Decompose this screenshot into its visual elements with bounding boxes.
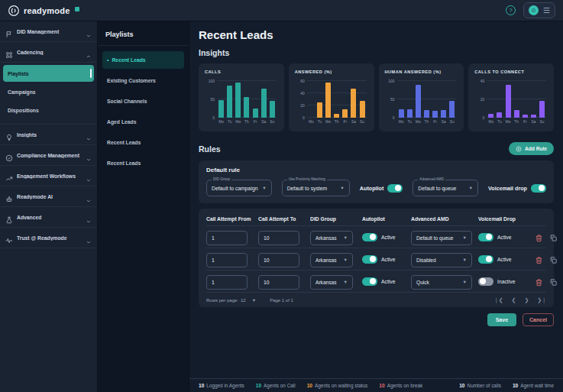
duplicate-row-icon[interactable] <box>549 277 558 286</box>
playlist-item[interactable]: •Recent Leads <box>102 51 184 69</box>
avatar: ☺ <box>529 5 539 15</box>
trust-icon <box>5 234 13 241</box>
sidebar-item-readymode-ai[interactable]: Readymode AI <box>0 186 97 207</box>
x-tick-label: Su <box>448 120 455 124</box>
playlist-item[interactable]: Recent Leads <box>102 134 184 151</box>
bar <box>360 101 365 118</box>
prev-page-icon[interactable]: ❮ <box>512 297 516 303</box>
autopilot-toggle[interactable] <box>362 255 377 264</box>
x-tick-label: Th <box>333 120 340 124</box>
sidebar-item-playlists[interactable]: Playlists <box>3 65 94 82</box>
advanced-amd-select[interactable]: Disabled▼ <box>411 253 472 267</box>
voicemail-drop-label: Voicemail drop <box>488 185 527 192</box>
chart-card-calls-to-connect: CALLS TO CONNECT02040MoTuWeThFrSaSu <box>468 63 554 131</box>
playlist-item[interactable]: Aged Leads <box>102 113 184 131</box>
sidebar-item-dispositions[interactable]: Dispositions <box>3 102 94 118</box>
call-attempt-to-input[interactable] <box>258 253 299 267</box>
status-label: Agents on waiting status <box>315 383 367 388</box>
add-rule-button[interactable]: Add Rule <box>509 142 554 155</box>
voicemail-toggle[interactable] <box>478 255 493 264</box>
y-tick-label: 60 <box>300 79 305 83</box>
page-info: Page 1 of 1 <box>270 298 293 303</box>
rows-per-page-select[interactable]: Rows per page: 12 ▼ <box>206 298 256 303</box>
call-attempt-to-input[interactable] <box>258 231 299 245</box>
sidebar-item-engagement-workflows[interactable]: Engagement Workflows <box>0 166 97 186</box>
x-tick-label: Fr <box>252 120 259 124</box>
status-value: 10 <box>199 383 204 388</box>
sidebar-item-compliance-management[interactable]: Compliance Management <box>0 145 97 166</box>
bar <box>235 83 241 118</box>
duplicate-row-icon[interactable] <box>549 233 558 241</box>
playlist-item[interactable]: Existing Customers <box>102 72 184 89</box>
rules-table-panel: Call Attempt FromCall Attempt ToDID Grou… <box>199 209 554 307</box>
did-group-select[interactable]: Arkansas▼ <box>310 253 353 267</box>
playlist-item[interactable]: Recent Leads <box>102 154 184 172</box>
header-actions: ? ☺ ☰ <box>506 2 555 18</box>
y-tick-label: 0 <box>303 115 305 120</box>
advanced-icon <box>5 213 13 221</box>
help-icon[interactable]: ? <box>506 5 516 15</box>
call-attempt-from-input[interactable] <box>206 231 248 245</box>
default-rule-title: Default rule <box>206 167 546 173</box>
autopilot-toggle[interactable] <box>387 184 403 193</box>
proximity-matching-select[interactable]: Use Proximity Matching Default to system… <box>282 180 350 196</box>
call-attempt-from-input[interactable] <box>206 253 248 267</box>
plus-circle-icon <box>516 146 522 152</box>
advanced-amd-select[interactable]: Default to queue▼ <box>411 231 472 245</box>
ai-icon <box>5 193 13 200</box>
x-tick-label: Mo <box>487 120 494 124</box>
chevron-down-icon: ▼ <box>252 298 256 303</box>
voicemail-drop-toggle[interactable] <box>531 184 546 193</box>
playlist-item[interactable]: Social Channels <box>102 92 184 110</box>
did-group-select[interactable]: DID Group Default to campaign ▼ <box>206 180 272 196</box>
cancel-button[interactable]: Cancel <box>523 313 554 326</box>
save-button[interactable]: Save <box>487 313 516 326</box>
x-tick-label: Tu <box>316 120 323 124</box>
status-item: 10Agent wait time <box>513 383 554 388</box>
delete-row-icon[interactable] <box>535 255 543 264</box>
chart-plot: 0204060 <box>307 81 367 118</box>
call-attempt-from-input[interactable] <box>206 275 248 290</box>
sidebar-item-trust-readymode[interactable]: Trust @ Readymode <box>0 228 97 248</box>
user-menu[interactable]: ☺ ☰ <box>523 2 555 18</box>
autopilot-toggle[interactable] <box>362 233 377 241</box>
sidebar-item-advanced[interactable]: Advanced <box>0 207 97 228</box>
sidebar-item-campaigns[interactable]: Campaigns <box>3 83 94 100</box>
delete-row-icon[interactable] <box>535 277 543 286</box>
workflows-icon <box>5 172 13 180</box>
bar <box>244 97 249 118</box>
chart-title: CALLS <box>205 70 278 74</box>
did-group-select[interactable]: Arkansas▼ <box>310 275 353 290</box>
call-attempt-to-input[interactable] <box>258 275 299 290</box>
sidebar-item-did-management[interactable]: DID Management <box>0 21 97 42</box>
autopilot-label: Autopilot <box>360 185 384 192</box>
chevron-down-icon <box>86 173 92 179</box>
bar <box>523 115 528 118</box>
voicemail-toggle[interactable] <box>478 277 493 286</box>
chart-title: HUMAN ANSWERED (%) <box>385 70 458 74</box>
default-rule-panel: Default rule DID Group Default to campai… <box>199 160 554 203</box>
sidebar-item-cadencing[interactable]: Cadencing <box>0 42 97 63</box>
did-group-select[interactable]: Arkansas▼ <box>310 231 353 245</box>
delete-row-icon[interactable] <box>535 233 543 241</box>
status-item: 10Agents on waiting status <box>307 383 368 388</box>
last-page-icon[interactable]: ❯❘ <box>537 297 546 303</box>
advanced-amd-select[interactable]: Advanced AMD Default to queue ▼ <box>413 180 478 196</box>
x-tick-label: Mo <box>398 120 405 124</box>
autopilot-toggle[interactable] <box>362 277 377 286</box>
advanced-amd-select[interactable]: Quick▼ <box>411 275 472 290</box>
cadence-icon <box>5 48 13 56</box>
rules-table-header: Call Attempt FromCall Attempt ToDID Grou… <box>206 212 546 225</box>
first-page-icon[interactable]: ❘❮ <box>494 297 503 303</box>
x-tick-label: We <box>325 120 332 124</box>
voicemail-toggle[interactable] <box>478 233 493 241</box>
sidebar-item-insights[interactable]: Insights <box>0 125 97 145</box>
x-tick-label: Sa <box>530 120 537 124</box>
y-tick-label: 0 <box>393 115 395 120</box>
bar <box>317 102 322 118</box>
next-page-icon[interactable]: ❯ <box>524 297 529 303</box>
y-tick-label: 20 <box>300 103 305 108</box>
y-tick-label: 50 <box>390 97 395 102</box>
duplicate-row-icon[interactable] <box>549 255 558 264</box>
table-row: Arkansas▼ActiveDisabled▼Active <box>206 248 546 270</box>
